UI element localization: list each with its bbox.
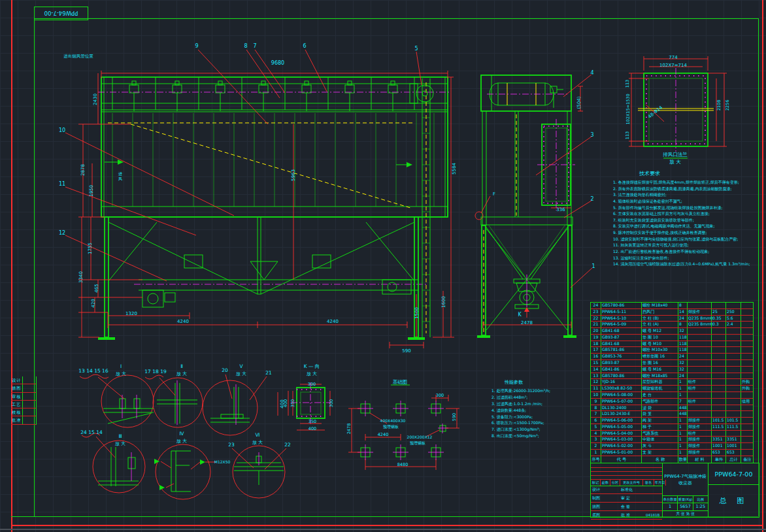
qty-label: 单台数量: [663, 496, 678, 503]
table-cell: [687, 335, 712, 341]
table-cell: 螺栓 M18x85: [641, 373, 679, 379]
table-cell: 支 架: [641, 450, 679, 456]
table-cell: 15: [591, 360, 601, 366]
table-cell: [711, 347, 727, 353]
table-cell: [741, 405, 754, 411]
table-cell: 8: [591, 405, 601, 411]
table-cell: [725, 386, 742, 391]
dim-label: 放 大: [115, 442, 125, 446]
table-row: 17GB5781-86螺栓 M10x30118: [591, 347, 753, 354]
dim-label: 放 大: [252, 441, 263, 445]
table-row: 20GB41-68螺 母 M1232: [591, 328, 753, 335]
table-cell: 5: [591, 424, 601, 430]
table-cell: GB41-68: [601, 341, 642, 347]
revision-header-cell: 处数: [601, 480, 610, 486]
dim-label: 进出烟风管位置: [63, 54, 93, 59]
dim-label: 1950: [90, 185, 94, 197]
table-cell: [741, 328, 754, 334]
table-cell: 螺栓 M10x30: [641, 347, 679, 353]
table-cell: 立 柱 (B): [641, 316, 679, 322]
table-cell: 24: [591, 303, 601, 308]
dim-label: 4240: [327, 320, 339, 324]
dim-label: 2478: [521, 321, 533, 325]
table-cell: 12: [591, 379, 601, 385]
dim-label: 进: [118, 172, 122, 176]
table-row: 19GB93-87垫 圈 10118: [591, 335, 753, 341]
sign-cell: 设计: [592, 486, 600, 493]
dim-label: 24 15 14: [80, 430, 102, 435]
table-cell: 组件: [687, 386, 712, 391]
table-cell: 立 柱 (A): [641, 322, 679, 327]
dim-label: 2: [590, 197, 593, 202]
table-cell: 101.5: [725, 418, 742, 424]
table-row: 16GB853-76锥形垫圈 1624: [591, 354, 753, 360]
table-cell: PPW64-5-09: [601, 322, 642, 327]
note-line: 2. 过滤面积:448m²;: [491, 394, 550, 401]
dim-label: 1755: [88, 242, 93, 254]
dim-label: 5963: [291, 169, 296, 181]
table-cell: PPW64-5-08-00: [601, 392, 642, 398]
dim-label: K: [518, 312, 521, 318]
table-cell: 灰 斗: [641, 443, 679, 449]
table-cell: 3: [591, 437, 601, 442]
dim-label: 2478: [347, 424, 352, 435]
table-row: 21PPW64-5-09立 柱 (A)8Q235 8mm钢板0.32.4: [591, 322, 753, 328]
note-line: 3. 过滤风速:1.0-1.2m /min;: [491, 401, 550, 407]
dim-label: 1500: [415, 307, 420, 319]
table-row: 15GB93-87垫 圈 1632: [591, 360, 753, 367]
qty-value: 1: [663, 503, 678, 510]
dim-label: 放 大: [307, 372, 317, 376]
table-cell: 17: [591, 347, 601, 353]
dim-label: 预埋钢板: [410, 441, 425, 445]
table-cell: [741, 437, 754, 442]
table-cell: DL130-2400: [601, 405, 642, 411]
table-cell: PPW64-5-03-00: [601, 437, 642, 442]
corner-sign-row: 设计: [11, 376, 36, 384]
table-cell: [725, 431, 742, 437]
table-cell: [741, 424, 754, 430]
dim-label: Ⅴ: [239, 364, 242, 369]
dim-label: 2108: [717, 100, 722, 111]
table-cell: 梯 子: [641, 424, 679, 430]
note-line: 3. 法兰连接处均垫石棉绳密封;: [613, 191, 750, 198]
table-cell: [711, 341, 727, 347]
dim-label: 23: [228, 442, 235, 448]
table-cell: GB41-68: [601, 328, 642, 334]
table-cell: [711, 379, 727, 385]
table-cell: YJD-16: [601, 379, 642, 385]
dim-label: 400: [308, 427, 316, 431]
table-row: 2PPW64-5-02-00灰 斗1焊接件10011001: [591, 443, 753, 450]
side-view: [475, 75, 592, 338]
table-cell: [725, 405, 742, 411]
sign-cell: 描图: [592, 503, 600, 510]
performance-title: 性能参数: [505, 379, 523, 386]
dim-label: F: [493, 192, 495, 197]
table-cell: [741, 322, 754, 327]
table-cell: 653: [725, 450, 742, 456]
table-cell: 螺栓 M18x40: [641, 303, 679, 308]
corner-sign-row: 审核: [11, 393, 36, 401]
table-row: 6PPW64-5-06-00阀 架1焊接件101.5101.5: [591, 418, 753, 424]
table-cell: [741, 411, 754, 417]
dim-label: K — 向: [304, 364, 320, 369]
table-cell: 螺 母 M16: [641, 367, 679, 373]
table-cell: 1: [591, 450, 601, 456]
table-cell: [711, 354, 727, 359]
dim-label: 4240: [177, 320, 189, 324]
page-border-right: [762, 0, 763, 532]
table-cell: [725, 411, 742, 417]
sign-cell: 审 定: [621, 494, 630, 502]
dim-label: 放 大: [176, 372, 187, 376]
dim-label: 400: [284, 399, 288, 407]
note-line: 8. 安装完毕进行调试,电磁阀脉冲阀动作灵活、无漏气现象;: [613, 223, 750, 229]
table-cell: [687, 354, 712, 359]
flow-arrow-left: [105, 159, 124, 165]
dim-label: 7: [253, 44, 256, 49]
dim-label: Ⅱ: [180, 364, 183, 369]
corner-signature-table: 设计描图审核工艺校核批准: [11, 376, 37, 425]
corner-sign-label: 校核: [12, 408, 21, 416]
table-cell: 3351: [725, 437, 742, 442]
parts-table: 24GB5780-86螺栓 M18x40823PPW64-5-11挡风门14焊接…: [590, 302, 754, 463]
table-cell: [687, 405, 712, 411]
note-line: 1. 处理风量:26000-31200m³/h;: [491, 388, 550, 394]
